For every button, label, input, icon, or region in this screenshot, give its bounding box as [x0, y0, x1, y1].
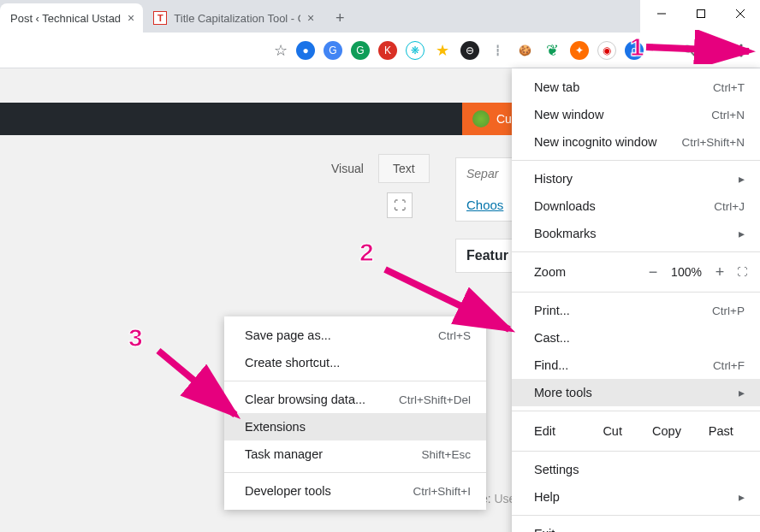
window-minimize[interactable]	[642, 0, 681, 27]
menu-zoom: Zoom − 100% + ⛶	[512, 257, 760, 287]
tab-title: Title Capitalization Tool - Capitali	[174, 12, 300, 25]
more-tools-submenu: Save page as...Ctrl+S Create shortcut...…	[224, 316, 486, 510]
fullscreen-icon[interactable]: ⛶	[387, 192, 413, 218]
chevron-right-icon: ▸	[739, 490, 745, 504]
favicon-icon: T	[153, 11, 167, 25]
annotation-badge-1: 1	[630, 33, 644, 62]
annotation-arrow-2	[377, 257, 522, 342]
menu-new-window[interactable]: New windowCtrl+N	[512, 101, 760, 128]
extension-icon[interactable]: G	[351, 41, 370, 60]
svg-line-7	[646, 47, 749, 51]
menu-find[interactable]: Find...Ctrl+F	[512, 352, 760, 379]
menu-bookmarks[interactable]: Bookmarks▸	[512, 220, 760, 247]
menu-exit[interactable]: Exit	[512, 520, 760, 532]
window-maximize[interactable]	[681, 0, 721, 27]
extension-icon[interactable]: G	[324, 41, 342, 60]
menu-print[interactable]: Print...Ctrl+P	[512, 297, 760, 324]
new-tab-button[interactable]: +	[328, 6, 352, 30]
zoom-in-button[interactable]: +	[708, 263, 732, 281]
extension-icon[interactable]: ┇	[488, 41, 507, 60]
edit-paste[interactable]: Past	[694, 424, 748, 438]
menu-downloads[interactable]: DownloadsCtrl+J	[512, 192, 760, 220]
chevron-right-icon: ▸	[739, 172, 745, 186]
submenu-extensions[interactable]: Extensions	[224, 413, 486, 440]
svg-line-8	[385, 269, 509, 329]
menu-help[interactable]: Help▸	[512, 483, 760, 511]
menu-more-tools[interactable]: More tools▸	[512, 379, 760, 406]
tab-visual[interactable]: Visual	[317, 154, 378, 183]
submenu-dev-tools[interactable]: Developer toolsCtrl+Shift+I	[224, 477, 486, 505]
extension-icon[interactable]: ◉	[597, 41, 616, 60]
extension-icon[interactable]: ❋	[406, 41, 425, 60]
chevron-right-icon: ▸	[739, 386, 745, 399]
extension-icon[interactable]: ✦	[570, 41, 589, 60]
annotation-arrow-3	[150, 342, 252, 428]
orange-button-label: Cu	[496, 112, 512, 126]
zoom-value: 100%	[665, 265, 708, 279]
extension-icon[interactable]: ★	[433, 41, 452, 60]
tab-strip: Post ‹ Technical Ustad × T Title Capital…	[0, 0, 640, 33]
bookmark-star-icon[interactable]: ☆	[274, 41, 288, 60]
annotation-badge-3: 3	[128, 323, 143, 352]
submenu-create-shortcut[interactable]: Create shortcut...	[224, 349, 486, 376]
menu-cast[interactable]: Cast...	[512, 324, 760, 352]
svg-rect-1	[698, 10, 705, 18]
menu-edit-row: Edit Cut Copy Past	[512, 416, 760, 446]
submenu-clear-data[interactable]: Clear browsing data...Ctrl+Shift+Del	[224, 386, 486, 413]
menu-history[interactable]: History▸	[512, 165, 760, 192]
menu-separator	[512, 451, 760, 452]
close-icon[interactable]: ×	[307, 11, 314, 25]
fullscreen-icon[interactable]: ⛶	[737, 266, 748, 278]
close-icon[interactable]: ×	[128, 11, 134, 25]
submenu-task-manager[interactable]: Task managerShift+Esc	[224, 440, 486, 468]
zoom-out-button[interactable]: −	[641, 263, 665, 281]
choose-link[interactable]: Choos	[466, 198, 503, 212]
extension-icon[interactable]: K	[378, 41, 397, 60]
extension-icon[interactable]: ❦	[543, 41, 561, 60]
extension-icon[interactable]: ●	[296, 41, 315, 60]
menu-separator	[224, 472, 486, 473]
extension-icon[interactable]: ⊖	[460, 41, 479, 60]
svg-line-9	[158, 351, 235, 415]
browser-tab[interactable]: Post ‹ Technical Ustad ×	[0, 3, 143, 33]
window-close[interactable]	[721, 0, 760, 27]
menu-separator	[512, 251, 760, 252]
tab-title: Post ‹ Technical Ustad	[10, 12, 121, 25]
menu-new-tab[interactable]: New tabCtrl+T	[512, 74, 760, 101]
menu-separator	[512, 292, 760, 293]
grape-icon	[472, 110, 490, 127]
edit-copy[interactable]: Copy	[639, 424, 693, 438]
chevron-right-icon: ▸	[739, 227, 745, 240]
edit-cut[interactable]: Cut	[585, 424, 639, 438]
extension-icon[interactable]: 🍪	[515, 41, 534, 60]
tab-text[interactable]: Text	[378, 154, 430, 183]
menu-separator	[512, 411, 760, 411]
annotation-badge-2: 2	[359, 238, 374, 267]
menu-settings[interactable]: Settings	[512, 456, 760, 483]
chrome-main-menu: New tabCtrl+T New windowCtrl+N New incog…	[512, 68, 760, 532]
menu-new-incognito[interactable]: New incognito windowCtrl+Shift+N	[512, 128, 760, 156]
menu-separator	[512, 515, 760, 516]
browser-tab[interactable]: T Title Capitalization Tool - Capitali ×	[143, 3, 323, 33]
menu-separator	[512, 160, 760, 161]
annotation-arrow-1	[642, 30, 760, 64]
menu-separator	[224, 381, 486, 381]
